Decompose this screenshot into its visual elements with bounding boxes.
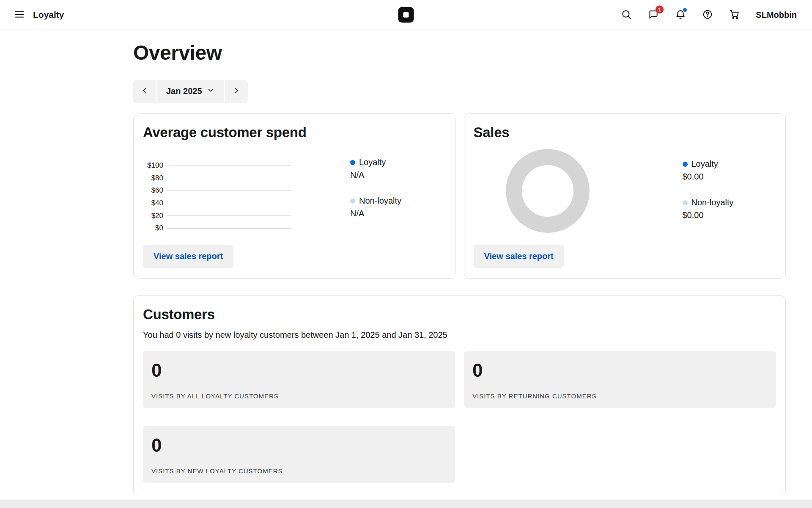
gridline	[167, 190, 291, 191]
messages-badge: 1	[656, 6, 664, 14]
stat-label: VISITS BY NEW LOYALTY CUSTOMERS	[151, 467, 447, 475]
footer-strip	[0, 500, 812, 508]
top-cards-row: Average customer spend $100 $80 $60	[133, 113, 786, 279]
month-selector-label: Jan 2025	[166, 86, 202, 96]
chart-gridline-row: $20	[143, 210, 291, 222]
y-axis-tick: $80	[143, 174, 163, 182]
legend-value: $0.00	[683, 172, 734, 182]
month-selector[interactable]: Jan 2025	[157, 80, 224, 103]
legend-value: $0.00	[683, 210, 734, 220]
stat-tile-returning-visits: 0 VISITS BY RETURNING CUSTOMERS	[464, 351, 776, 408]
loyalty-dot-icon	[683, 162, 688, 167]
next-month-button[interactable]	[225, 80, 248, 103]
chevron-right-icon	[232, 86, 241, 96]
customers-card-title: Customers	[143, 306, 776, 323]
y-axis-tick: $20	[143, 212, 163, 220]
gridline	[167, 215, 291, 216]
average-customer-spend-card: Average customer spend $100 $80 $60	[133, 113, 455, 279]
stat-tile-all-loyalty-visits: 0 VISITS BY ALL LOYALTY CUSTOMERS	[143, 351, 455, 408]
view-sales-report-button[interactable]: View sales report	[474, 245, 564, 268]
customers-stats-grid: 0 VISITS BY ALL LOYALTY CUSTOMERS 0 VISI…	[143, 351, 776, 483]
chevron-down-icon	[206, 86, 215, 97]
square-logo-inner	[403, 12, 409, 18]
gridline	[167, 203, 291, 203]
account-name[interactable]: SLMobbin	[756, 10, 797, 20]
search-button[interactable]	[620, 9, 632, 21]
legend-value: N/A	[350, 209, 401, 218]
sales-donut-chart	[506, 149, 590, 233]
avg-spend-legend: Loyalty N/A Non-loyalty N/A	[350, 157, 401, 218]
notification-dot	[683, 8, 687, 12]
y-axis-tick: $60	[143, 186, 163, 195]
square-logo-outer	[398, 7, 414, 23]
hamburger-icon	[14, 9, 25, 21]
gridline	[167, 178, 291, 178]
topbar-right: 1 SLMobbin	[620, 9, 797, 21]
non-loyalty-dot-icon	[350, 199, 355, 204]
avg-spend-card-title: Average customer spend	[143, 124, 446, 141]
legend-label: Loyalty	[691, 159, 718, 169]
cart-button[interactable]	[729, 9, 741, 21]
messages-button[interactable]: 1	[647, 9, 659, 21]
customers-subtitle: You had 0 visits by new loyalty customer…	[143, 330, 776, 340]
square-logo[interactable]	[398, 7, 414, 23]
legend-item-non-loyalty: Non-loyalty N/A	[350, 196, 401, 218]
stat-tile-new-loyalty-visits: 0 VISITS BY NEW LOYALTY CUSTOMERS	[143, 426, 455, 483]
legend-label: Non-loyalty	[691, 198, 734, 207]
date-navigator: Jan 2025	[133, 80, 248, 103]
chart-gridline-row: $0	[143, 222, 291, 235]
search-icon	[621, 9, 632, 21]
legend-value: N/A	[350, 170, 401, 180]
gridline	[167, 228, 291, 229]
gridline	[167, 166, 291, 166]
y-axis-tick: $40	[143, 199, 163, 207]
stat-value: 0	[151, 361, 447, 380]
sales-card: Sales Loyalty $0.00 Non-loyalty	[464, 113, 786, 279]
view-sales-report-button[interactable]: View sales report	[143, 245, 233, 268]
notifications-button[interactable]	[675, 9, 686, 21]
chart-gridline-row: $80	[143, 172, 291, 185]
chart-gridline-row: $40	[143, 197, 291, 210]
help-icon	[702, 9, 713, 21]
cart-icon	[729, 9, 740, 21]
avg-spend-chart-row: $100 $80 $60 $40	[143, 159, 446, 235]
stat-label: VISITS BY RETURNING CUSTOMERS	[472, 392, 768, 400]
average-spend-chart: $100 $80 $60 $40	[143, 159, 291, 235]
legend-label: Loyalty	[359, 157, 386, 167]
sales-chart-row: Loyalty $0.00 Non-loyalty $0.00	[474, 149, 776, 233]
chevron-left-icon	[140, 86, 149, 96]
topbar: Loyalty 1	[0, 0, 812, 30]
topbar-left: Loyalty	[14, 9, 64, 21]
legend-label: Non-loyalty	[359, 196, 401, 206]
customers-card: Customers You had 0 visits by new loyalt…	[133, 295, 786, 495]
help-button[interactable]	[702, 9, 713, 21]
non-loyalty-dot-icon	[683, 200, 688, 205]
prev-month-button[interactable]	[133, 80, 156, 103]
menu-button[interactable]	[14, 9, 25, 21]
app-title: Loyalty	[33, 10, 64, 20]
stat-value: 0	[472, 361, 768, 380]
legend-item-non-loyalty: Non-loyalty $0.00	[683, 198, 734, 220]
stat-value: 0	[151, 436, 447, 455]
y-axis-tick: $0	[143, 224, 163, 232]
sales-legend: Loyalty $0.00 Non-loyalty $0.00	[683, 159, 734, 220]
chart-gridline-row: $100	[143, 159, 291, 172]
y-axis-tick: $100	[143, 161, 163, 170]
chart-gridline-row: $60	[143, 185, 291, 197]
legend-item-loyalty: Loyalty $0.00	[683, 159, 734, 182]
stat-label: VISITS BY ALL LOYALTY CUSTOMERS	[151, 392, 447, 400]
main-content: Overview Jan 2025 Average customer spend	[0, 42, 812, 495]
loyalty-dot-icon	[350, 160, 355, 165]
page-title: Overview	[133, 42, 786, 64]
legend-item-loyalty: Loyalty N/A	[350, 157, 401, 180]
sales-card-title: Sales	[474, 124, 776, 141]
